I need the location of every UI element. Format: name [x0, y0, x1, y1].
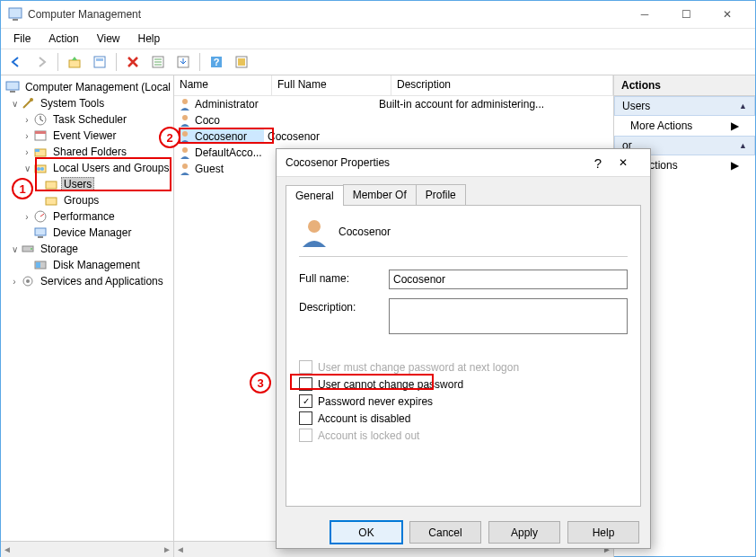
tree-disk-mgmt[interactable]: Disk Management [50, 258, 143, 272]
delete-icon[interactable] [121, 50, 145, 74]
checkbox-icon [299, 360, 312, 374]
svg-point-33 [182, 99, 188, 104]
dialog-username: Cocosenor [338, 225, 391, 238]
twisty-icon[interactable]: ∨ [8, 244, 21, 254]
refresh-icon[interactable] [146, 50, 170, 74]
twisty-icon[interactable]: › [21, 131, 33, 141]
properties-dialog: Cocosenor Properties ? ✕ General Member … [276, 148, 651, 549]
folder-icon [44, 193, 58, 208]
folder-icon [44, 177, 58, 191]
device-icon [33, 225, 48, 240]
menu-view[interactable]: View [90, 31, 127, 47]
description-input[interactable] [389, 298, 628, 334]
help-button[interactable]: Help [567, 521, 639, 544]
svg-point-35 [182, 131, 188, 137]
tree-system-tools[interactable]: System Tools [38, 96, 107, 111]
event-icon [33, 128, 48, 143]
dialog-help-button[interactable]: ? [594, 155, 602, 171]
tree-shared-folders[interactable]: Shared Folders [50, 145, 129, 159]
tree-task-scheduler[interactable]: Task Scheduler [50, 112, 129, 127]
tree-users[interactable]: Users [61, 177, 94, 191]
svg-point-28 [31, 248, 32, 250]
tree-event-viewer[interactable]: Event Viewer [50, 128, 119, 143]
fullname-input[interactable] [389, 270, 628, 289]
properties-icon[interactable] [88, 50, 111, 74]
col-desc[interactable]: Description [391, 75, 613, 95]
twisty-icon[interactable]: › [21, 212, 33, 222]
twisty-icon[interactable]: ∨ [8, 99, 21, 109]
menubar: File Action View Help [1, 29, 755, 49]
tree-performance[interactable]: Performance [50, 209, 118, 224]
svg-text:?: ? [214, 57, 220, 67]
storage-icon [21, 242, 35, 256]
col-name[interactable]: Name [174, 75, 272, 95]
chk-disabled[interactable]: Account is disabled [299, 411, 628, 425]
list-header: Name Full Name Description [174, 75, 613, 96]
user-icon [178, 129, 192, 144]
user-large-icon [299, 217, 330, 247]
settings-icon[interactable] [230, 50, 253, 74]
fullname-label: Full name: [299, 270, 389, 285]
chk-cannot-change[interactable]: User cannot change password [299, 377, 628, 391]
tree-local-users-groups[interactable]: Local Users and Groups [50, 161, 171, 175]
twisty-icon[interactable]: › [21, 115, 33, 125]
tab-general[interactable]: General [286, 185, 344, 206]
close-button[interactable]: ✕ [707, 2, 748, 27]
menu-help[interactable]: Help [131, 31, 168, 47]
tree-services[interactable]: Services and Applications [38, 274, 166, 288]
toolbar: ? [1, 49, 755, 75]
dialog-close-button[interactable]: ✕ [605, 150, 641, 175]
clock-icon [33, 112, 48, 127]
svg-rect-10 [238, 58, 245, 66]
list-row[interactable]: AdministratorBuilt-in account for admini… [174, 96, 613, 112]
svg-rect-1 [13, 19, 18, 21]
actions-header: Actions [614, 75, 755, 96]
checkbox-icon [299, 411, 312, 425]
chk-must-change: User must change password at next logon [299, 360, 628, 374]
up-button[interactable] [63, 50, 86, 74]
user-icon [178, 97, 192, 111]
minimize-button[interactable]: ─ [624, 2, 665, 27]
svg-rect-0 [9, 8, 22, 18]
svg-point-37 [182, 164, 188, 169]
tab-profile[interactable]: Profile [416, 184, 466, 205]
twisty-icon[interactable]: ∨ [21, 164, 33, 173]
svg-point-32 [26, 279, 30, 283]
cancel-button[interactable]: Cancel [409, 521, 481, 544]
tab-body: Cocosenor Full name: Description: User m… [286, 205, 641, 507]
tab-memberof[interactable]: Member Of [343, 184, 417, 205]
ok-button[interactable]: OK [330, 521, 402, 544]
tree-device-manager[interactable]: Device Manager [50, 225, 134, 240]
svg-point-13 [30, 98, 33, 102]
tree-hscroll[interactable]: ◄► [1, 541, 173, 557]
col-fullname[interactable]: Full Name [272, 75, 391, 95]
usersfolder-icon [33, 161, 48, 175]
checkbox-icon [299, 377, 312, 391]
tree-groups[interactable]: Groups [61, 193, 101, 208]
back-button[interactable] [4, 50, 28, 74]
svg-rect-18 [35, 149, 40, 152]
tree-root[interactable]: Computer Management (Local [22, 80, 173, 94]
list-row[interactable]: Coco [174, 112, 613, 128]
export-icon[interactable] [171, 50, 195, 74]
menu-action[interactable]: Action [41, 31, 85, 47]
svg-rect-2 [69, 60, 80, 67]
apply-button[interactable]: Apply [488, 521, 560, 544]
twisty-icon[interactable]: › [21, 147, 33, 157]
sharedfolder-icon [33, 145, 48, 159]
twisty-icon[interactable]: › [8, 277, 21, 287]
actions-more-1[interactable]: More Actions▶ [614, 116, 755, 136]
chevron-right-icon: ▶ [731, 119, 739, 132]
maximize-button[interactable]: ☐ [665, 2, 707, 27]
help-icon[interactable]: ? [205, 50, 228, 74]
svg-rect-30 [36, 262, 40, 268]
nav-tree: Computer Management (Local ∨System Tools… [1, 75, 174, 557]
forward-button[interactable] [30, 50, 53, 74]
chk-never-expires[interactable]: ✓Password never expires [299, 394, 628, 408]
user-icon [178, 146, 192, 160]
window-title: Computer Management [28, 8, 624, 21]
menu-file[interactable]: File [6, 31, 38, 47]
actions-section-users[interactable]: Users▲ [614, 96, 755, 116]
list-row-selected[interactable]: CocosenorCocosenor [174, 128, 613, 145]
tree-storage[interactable]: Storage [38, 242, 81, 256]
